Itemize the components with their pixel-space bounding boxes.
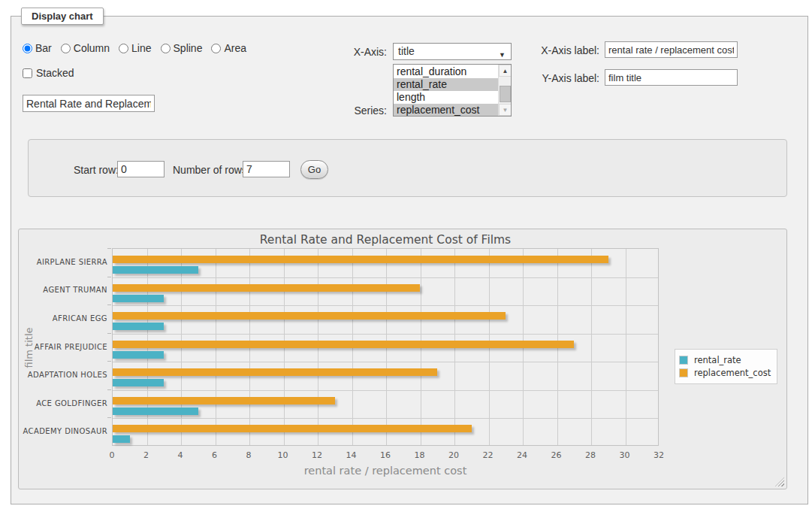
num-rows-label: Number of rows:: [173, 164, 250, 176]
category-label: AFRICAN EGG: [19, 314, 107, 323]
legend-swatch-replacement_cost: [679, 368, 688, 377]
chart-type-label: Column: [74, 42, 110, 54]
rows-panel: Start row: Number of rows: Go: [28, 139, 787, 197]
x-tick-label: 14: [337, 450, 367, 460]
series-option-rental_duration[interactable]: rental_duration: [394, 65, 498, 78]
chevron-down-icon: ▼: [499, 47, 506, 63]
gridline-horizontal: [113, 390, 658, 391]
legend-label: rental_rate: [694, 355, 741, 365]
scroll-down-icon[interactable]: ▼: [499, 104, 512, 116]
y-tick-mark: [107, 361, 111, 362]
x-axis-title: rental rate / replacement cost: [112, 465, 659, 477]
bar-replacement_cost: [113, 397, 335, 404]
bar-rental_rate: [113, 435, 130, 443]
category-label: AFFAIR PREJUDICE: [19, 343, 107, 351]
bar-replacement_cost: [113, 312, 506, 320]
x-tick-label: 10: [268, 450, 298, 460]
y-axis-label-input[interactable]: [605, 69, 738, 86]
gridline-horizontal: [113, 277, 658, 278]
legend-label: replacement_cost: [694, 368, 771, 378]
y-tick-mark: [107, 417, 111, 418]
scroll-up-icon[interactable]: ▲: [499, 65, 512, 77]
gridline-horizontal: [113, 418, 658, 419]
bar-rental_rate: [113, 295, 164, 302]
gridline-horizontal: [113, 334, 658, 335]
chart-type-label: Area: [224, 42, 246, 54]
bar-replacement_cost: [113, 284, 420, 292]
bar-replacement_cost: [113, 425, 472, 432]
y-axis-label-field-label: Y-Axis label:: [526, 72, 599, 84]
x-tick-label: 22: [473, 450, 503, 460]
plot-area: [112, 248, 659, 446]
gridline-vertical: [626, 249, 626, 445]
x-axis-selected-value: title: [398, 45, 415, 57]
x-tick-label: 26: [542, 450, 572, 460]
chart-panel: Rental Rate and Replacement Cost of Film…: [18, 229, 787, 489]
chart-legend: rental_ratereplacement_cost: [675, 349, 777, 384]
x-axis-label-input[interactable]: [605, 41, 738, 58]
bar-replacement_cost: [113, 368, 437, 376]
bar-rental_rate: [113, 323, 164, 330]
chart-type-radio-bar[interactable]: [23, 44, 32, 53]
resize-handle-icon[interactable]: [775, 477, 784, 486]
x-tick-label: 20: [439, 450, 469, 460]
chart-type-label: Line: [131, 42, 151, 54]
start-row-label: Start row:: [74, 164, 119, 176]
x-tick-label: 30: [610, 450, 640, 460]
page: Display chart BarColumnLineSplineArea St…: [0, 0, 812, 512]
y-tick-mark: [107, 389, 111, 390]
category-label: AIRPLANE SIERRA: [19, 258, 107, 266]
y-tick-mark: [107, 333, 111, 334]
series-options: rental_durationrental_ratelengthreplacem…: [394, 65, 498, 117]
bar-rental_rate: [113, 379, 164, 386]
x-tick-label: 24: [507, 450, 537, 460]
series-select-label: Series:: [331, 105, 387, 117]
bar-rental_rate: [113, 407, 198, 415]
x-tick-label: 18: [405, 450, 435, 460]
series-option-rental_rate[interactable]: rental_rate: [394, 78, 498, 91]
go-button[interactable]: Go: [300, 160, 328, 179]
gridline-vertical: [591, 249, 592, 445]
x-tick-label: 28: [575, 450, 605, 460]
chart-type-radio-column[interactable]: [61, 44, 71, 53]
stacked-label: Stacked: [36, 67, 74, 79]
num-rows-input[interactable]: [243, 161, 290, 177]
chart-type-radio-line[interactable]: [119, 44, 128, 53]
chart-title-input[interactable]: [23, 95, 155, 112]
stacked-checkbox[interactable]: [23, 68, 32, 78]
series-multiselect[interactable]: rental_durationrental_ratelengthreplacem…: [393, 64, 512, 117]
bar-rental_rate: [113, 266, 198, 274]
chart-type-radio-spline[interactable]: [161, 44, 171, 53]
x-tick-label: 2: [131, 450, 161, 460]
legend-item: replacement_cost: [679, 368, 771, 378]
chart-type-label: Spline: [174, 42, 203, 54]
legend-item: rental_rate: [679, 355, 771, 365]
fieldset-legend: Display chart: [21, 8, 104, 25]
y-tick-mark: [107, 277, 111, 277]
chart-type-label: Bar: [35, 42, 52, 54]
x-tick-label: 0: [97, 450, 127, 460]
category-label: ADAPTATION HOLES: [19, 371, 107, 379]
x-tick-label: 12: [302, 450, 332, 460]
series-select-scrollbar[interactable]: ▲ ▼: [498, 65, 511, 116]
chart-type-radio-area[interactable]: [211, 44, 221, 53]
x-axis-label-field-label: X-Axis label:: [526, 44, 599, 56]
category-label: ACE GOLDFINGER: [19, 399, 107, 407]
legend-swatch-rental_rate: [679, 356, 688, 365]
y-tick-mark: [107, 304, 111, 305]
stacked-checkbox-row: Stacked: [23, 67, 74, 79]
chart-title: Rental Rate and Replacement Cost of Film…: [112, 233, 659, 247]
chart-type-radio-group: BarColumnLineSplineArea: [23, 42, 255, 54]
start-row-input[interactable]: [117, 161, 165, 177]
x-tick-label: 16: [370, 450, 400, 460]
bar-replacement_cost: [113, 256, 608, 263]
series-option-length[interactable]: length: [394, 91, 498, 104]
category-label: AGENT TRUMAN: [19, 286, 107, 294]
scrollbar-thumb[interactable]: [500, 86, 511, 102]
y-tick-mark: [107, 248, 111, 249]
x-axis-select-label: X-Axis:: [331, 46, 387, 58]
x-axis-select[interactable]: title ▼: [393, 43, 512, 60]
gridline-horizontal: [113, 362, 658, 362]
series-option-replacement_cost[interactable]: replacement_cost: [394, 104, 498, 117]
bar-rental_rate: [113, 351, 164, 359]
